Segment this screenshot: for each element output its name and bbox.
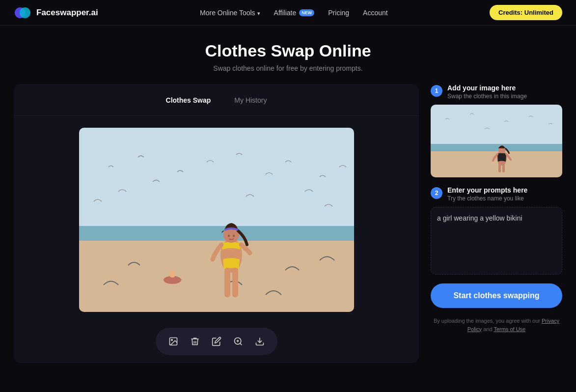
delete-button[interactable] [186, 333, 204, 350]
toolbar [156, 328, 277, 355]
step1-title: Add your image here [447, 84, 562, 92]
tabs: Clothes Swap My History [14, 84, 419, 116]
nav-affiliate[interactable]: Affiliate NEW [274, 9, 315, 17]
svg-point-1 [20, 7, 30, 18]
right-panel: 1 Add your image here Swap the clothes i… [431, 84, 562, 363]
start-swapping-button[interactable]: Start clothes swapping [431, 283, 562, 308]
credits-button[interactable]: Credits: Unlimited [490, 5, 562, 20]
logo-icon [14, 4, 31, 22]
step2-info: Enter your prompts here Try the clothes … [447, 186, 562, 202]
svg-rect-2 [79, 128, 354, 236]
svg-line-16 [240, 343, 242, 345]
main-image-container [79, 128, 354, 312]
step2-desc: Try the clothes name you like [447, 195, 562, 202]
main-content: Clothes Swap My History [0, 84, 576, 363]
step2-number: 2 [431, 187, 442, 199]
prompt-box[interactable]: a girl wearing a yellow bikini [431, 207, 562, 275]
upload-button[interactable] [165, 333, 182, 350]
logo-text: Faceswapper.ai [36, 8, 98, 18]
svg-rect-25 [502, 162, 505, 172]
step1-info: Add your image here Swap the clothes in … [447, 84, 562, 100]
left-panel: Clothes Swap My History [14, 84, 419, 363]
svg-point-11 [228, 235, 230, 237]
svg-rect-8 [224, 268, 230, 297]
svg-point-6 [169, 271, 176, 278]
nav-pricing[interactable]: Pricing [328, 9, 349, 17]
step2-section: 2 Enter your prompts here Try the clothe… [431, 186, 562, 275]
page-title: Clothes Swap Online [0, 41, 576, 60]
step2-header: 2 Enter your prompts here Try the clothe… [431, 186, 562, 202]
affiliate-badge: NEW [299, 9, 314, 16]
terms-of-use-link[interactable]: Terms of Use [494, 326, 525, 332]
step1-desc: Swap the clothes in this image [447, 93, 562, 100]
logo[interactable]: Faceswapper.ai [14, 4, 98, 22]
edit-button[interactable] [208, 333, 225, 350]
step1-number: 1 [431, 85, 442, 97]
thumbnail-container[interactable] [431, 105, 562, 177]
page-subtitle: Swap clothes online for free by entering… [0, 64, 576, 72]
nav-more-tools[interactable]: More Online Tools [200, 9, 260, 17]
svg-rect-24 [498, 162, 501, 172]
step1-header: 1 Add your image here Swap the clothes i… [431, 84, 562, 100]
step1-section: 1 Add your image here Swap the clothes i… [431, 84, 562, 177]
legal-text: By uploading the images, you agree with … [431, 317, 562, 333]
chevron-down-icon [257, 9, 260, 17]
step2-title: Enter your prompts here [447, 186, 562, 194]
svg-rect-20 [431, 105, 562, 149]
svg-rect-9 [232, 268, 238, 297]
header: Faceswapper.ai More Online Tools Affilia… [0, 0, 576, 26]
svg-point-14 [171, 339, 172, 341]
tab-clothes-swap[interactable]: Clothes Swap [154, 93, 223, 108]
zoom-button[interactable] [229, 333, 247, 350]
prompt-text: a girl wearing a yellow bikini [437, 214, 522, 222]
page-title-area: Clothes Swap Online Swap clothes online … [0, 26, 576, 84]
download-button[interactable] [251, 333, 269, 350]
main-nav: More Online Tools Affiliate NEW Pricing … [200, 9, 388, 17]
tab-my-history[interactable]: My History [222, 93, 278, 108]
nav-account[interactable]: Account [363, 9, 388, 17]
svg-point-12 [233, 235, 235, 237]
